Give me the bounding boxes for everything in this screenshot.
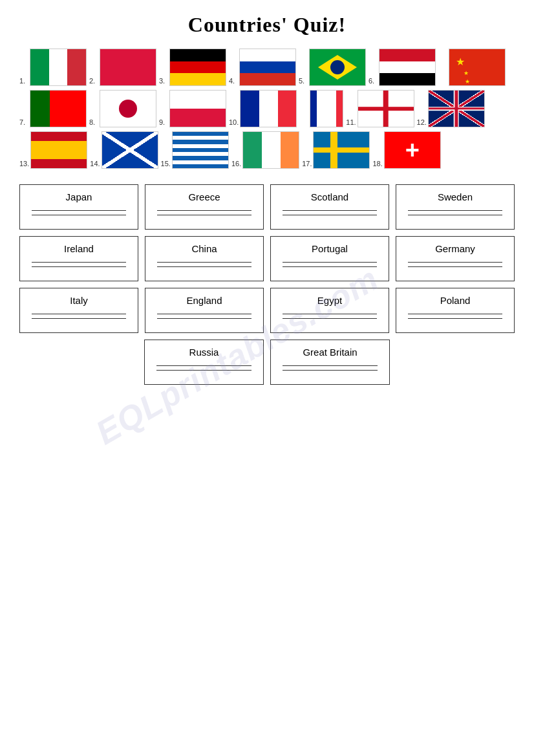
flag-spain <box>30 131 87 169</box>
flag-france2 <box>240 90 297 127</box>
answer-box-sweden: Sweden <box>396 184 515 230</box>
answer-box-greece: Greece <box>145 184 264 230</box>
flag-item-13: 13. <box>19 131 87 169</box>
answer-box-england: England <box>145 288 264 333</box>
answer-box-germany: Germany <box>396 236 515 281</box>
flag-china: ★ ★ ★ ★ ★ <box>449 49 506 86</box>
flags-row-1: 1. 2. 3. 4. 5. 6. <box>19 49 515 86</box>
flags-row-2: 7. 8. 9. 10. <box>19 90 515 127</box>
answer-box-russia: Russia <box>144 340 264 385</box>
flag-item-4: 4. <box>229 49 296 86</box>
flag-france-red <box>100 49 156 86</box>
answer-row-3: Italy England Egypt Poland <box>19 288 515 333</box>
flag-sweden <box>313 131 370 169</box>
flag-item-5: 5. <box>299 49 366 86</box>
flag-item-10: 10. <box>229 90 297 127</box>
flag-germany <box>169 49 226 86</box>
answer-box-japan: Japan <box>19 184 138 230</box>
flag-item-1: 1. <box>19 49 87 86</box>
flag-egypt <box>379 49 436 86</box>
flag-item-9: 9. <box>159 90 226 127</box>
answer-box-scotland: Scotland <box>270 184 389 230</box>
flag-uk <box>428 90 485 127</box>
flag-item-15: 15. <box>161 131 229 169</box>
flag-poland <box>169 90 226 127</box>
answer-section: Japan Greece Scotland Sweden Ireland Chi… <box>19 184 515 385</box>
flag-item-11: 11. <box>346 90 414 127</box>
flag-item-10b <box>299 90 343 127</box>
flag-item-6: 6. <box>368 49 436 86</box>
flag-item-8: 8. <box>89 90 156 127</box>
flag-greece <box>172 131 229 169</box>
flag-item-7: 7. <box>19 90 87 127</box>
flag-scotland <box>101 131 158 169</box>
answer-row-4: Russia Great Britain <box>19 340 515 385</box>
flag-portugal <box>30 90 87 127</box>
flags-section: 1. 2. 3. 4. 5. 6. <box>19 49 515 169</box>
flag-item-17: 17. <box>302 131 370 169</box>
page-title: Countries' Quiz! <box>19 13 515 37</box>
flag-narrow <box>310 90 343 127</box>
answer-row-2: Ireland China Portugal Germany <box>19 236 515 281</box>
answer-box-poland: Poland <box>396 288 515 333</box>
flags-row-3: 13. 14. 15. <box>19 131 515 169</box>
flag-russia <box>239 49 296 86</box>
answer-row-1: Japan Greece Scotland Sweden <box>19 184 515 230</box>
answer-box-italy: Italy <box>19 288 138 333</box>
flag-item-14: 14. <box>90 131 158 169</box>
answer-box-china: China <box>145 236 264 281</box>
answer-box-great-britain: Great Britain <box>270 340 390 385</box>
flag-england <box>358 90 414 127</box>
flag-item-18: 18. <box>372 131 440 169</box>
answer-box-portugal: Portugal <box>270 236 389 281</box>
flag-item-6b: ★ ★ ★ ★ ★ <box>438 49 506 86</box>
answer-box-ireland: Ireland <box>19 236 138 281</box>
flag-italy <box>30 49 87 86</box>
flag-switzerland <box>384 131 441 169</box>
answer-box-egypt: Egypt <box>270 288 389 333</box>
flag-japan <box>100 90 156 127</box>
flag-ireland <box>242 131 299 169</box>
flag-item-3: 3. <box>159 49 226 86</box>
flag-item-2: 2. <box>89 49 156 86</box>
flag-brazil <box>309 49 366 86</box>
flag-item-12: 12. <box>417 90 485 127</box>
flag-item-16: 16. <box>231 131 299 169</box>
